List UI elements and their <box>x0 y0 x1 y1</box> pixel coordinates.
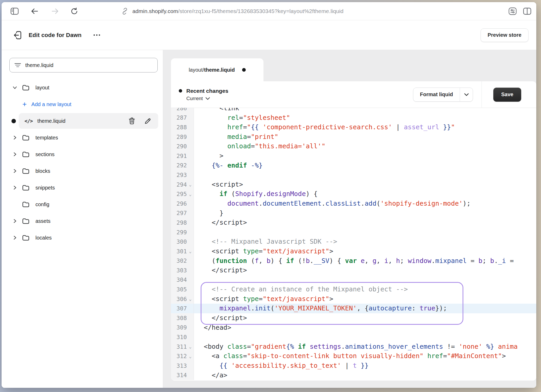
split-view-icon[interactable] <box>523 7 532 15</box>
sidebar-toggle-icon[interactable] <box>10 8 19 15</box>
search-input[interactable] <box>25 62 153 68</box>
code-editor[interactable]: 286 <link287 rel="stylesheet"288 href="{… <box>171 108 536 381</box>
code-line-298[interactable]: 298 </script> <box>171 218 536 228</box>
link-icon <box>121 7 129 15</box>
page-settings-icon[interactable] <box>508 7 517 15</box>
code-line-312[interactable]: 312⌄ <a class="skip-to-content-link butt… <box>171 351 536 361</box>
chevron-right-icon[interactable] <box>11 218 18 224</box>
code-line-314[interactable]: 314 </a> <box>171 371 536 380</box>
fold-chevron-icon[interactable]: ⌄ <box>187 354 194 359</box>
code-line-310[interactable]: 310 <box>171 332 536 342</box>
chevron-down-icon[interactable] <box>11 85 18 90</box>
address-bar[interactable]: admin.shopify.com/store/rzq1xu-f5/themes… <box>121 2 343 20</box>
add-layout-label: Add a new layout <box>31 101 71 107</box>
code-line-309[interactable]: 309 </head> <box>171 323 536 333</box>
fold-chevron-icon[interactable]: ⌄ <box>187 296 194 302</box>
code-line-304[interactable]: 304 <box>171 275 536 285</box>
fold-chevron-icon[interactable]: ⌄ <box>187 192 194 197</box>
sidebar-item-locales[interactable]: locales <box>2 229 163 246</box>
fold-chevron-icon[interactable]: ⌄ <box>187 249 194 254</box>
code-line-289[interactable]: 289 media="print" <box>171 132 536 142</box>
gutter-cell: 298 <box>171 218 194 228</box>
overflow-menu-icon[interactable] <box>91 32 102 38</box>
folder-icon <box>22 234 30 241</box>
gutter-cell: 305 <box>171 285 194 294</box>
code-line-290[interactable]: 290 onload="this.media='all'" <box>171 142 536 151</box>
version-dropdown[interactable]: Current <box>186 96 228 101</box>
code-line-288[interactable]: 288 href="{{ 'component-predictive-searc… <box>171 123 536 132</box>
code-line-286[interactable]: 286 <link <box>171 108 536 113</box>
chevron-right-icon[interactable] <box>11 152 18 157</box>
gutter-cell: 308 <box>171 313 194 323</box>
sidebar-item-sections[interactable]: sections <box>2 146 163 163</box>
app-header: Edit code for Dawn Preview store <box>2 20 536 50</box>
line-number: 310 <box>176 334 187 340</box>
code-line-291[interactable]: 291 > <box>171 151 536 161</box>
exit-editor-icon[interactable] <box>12 29 23 41</box>
save-button[interactable]: Save <box>493 88 521 102</box>
editor-main: layout/theme.liquid Recent changes Curre… <box>163 50 536 388</box>
code-line-294[interactable]: 294⌄ <script> <box>171 180 536 189</box>
code-line-299[interactable]: 299 <box>171 228 536 237</box>
file-search[interactable] <box>9 58 158 72</box>
header-divider <box>482 81 482 108</box>
chevron-down-icon <box>464 93 469 96</box>
selected-file-row[interactable]: </>theme.liquid <box>19 113 158 129</box>
sidebar-item-blocks[interactable]: blocks <box>2 163 163 179</box>
code-text: </script> <box>194 218 247 228</box>
status-dot <box>179 89 182 93</box>
code-line-301[interactable]: 301⌄ <script type="text/javascript"> <box>171 247 536 256</box>
gutter-cell: 289 <box>171 132 194 142</box>
fold-chevron-icon[interactable]: ⌄ <box>187 344 194 349</box>
code-line-303[interactable]: 303 </script> <box>171 266 536 275</box>
code-line-296[interactable]: 296 document.documentElement.classList.a… <box>171 199 536 209</box>
code-line-305[interactable]: 305 <!-- Create an instance of the Mixpa… <box>171 285 536 294</box>
back-icon[interactable] <box>31 8 39 15</box>
gutter-cell: 310 <box>171 332 194 342</box>
line-number: 287 <box>176 114 187 121</box>
sidebar-item-snippets[interactable]: snippets <box>2 179 163 196</box>
preview-store-button[interactable]: Preview store <box>481 28 528 42</box>
tab-theme-liquid[interactable]: layout/theme.liquid <box>171 58 263 81</box>
code-line-307[interactable]: 307 mixpanel.init('YOUR_MIXPANEL_TOKEN',… <box>171 304 536 313</box>
line-number: 309 <box>176 324 187 331</box>
fold-chevron-icon[interactable]: ⌄ <box>187 182 194 187</box>
code-line-313[interactable]: 313 {{ 'accessibility.skip_to_text' | t … <box>171 361 536 371</box>
delete-file-icon[interactable] <box>127 116 137 126</box>
sidebar-item-theme-liquid[interactable]: </>theme.liquid <box>2 113 163 129</box>
chevron-right-icon[interactable] <box>11 235 18 240</box>
chevron-right-icon[interactable] <box>11 168 18 174</box>
sidebar-item-add-a-new-layout[interactable]: +Add a new layout <box>2 96 163 113</box>
sidebar-item-label: blocks <box>35 168 50 174</box>
sidebar-item-templates[interactable]: templates <box>2 129 163 146</box>
sidebar-item-assets[interactable]: assets <box>2 213 163 229</box>
code-line-302[interactable]: 302 (function (f, b) { if (!b.__SV) { va… <box>171 256 536 266</box>
folder-icon <box>22 84 30 91</box>
code-line-300[interactable]: 300 <!-- Mixpanel Javascript SDK --> <box>171 237 536 247</box>
code-line-295[interactable]: 295⌄ if (Shopify.designMode) { <box>171 189 536 199</box>
gutter-cell: 297 <box>171 209 194 218</box>
recent-changes-status: Recent changes <box>179 88 228 94</box>
chevron-right-icon[interactable] <box>11 135 18 140</box>
code-line-287[interactable]: 287 rel="stylesheet" <box>171 113 536 123</box>
code-line-297[interactable]: 297 } <box>171 209 536 218</box>
folder-icon <box>22 151 30 158</box>
code-line-308[interactable]: 308 </script> <box>171 313 536 323</box>
sidebar-item-label: snippets <box>35 185 55 191</box>
code-line-292[interactable]: 292 {%- endif -%} <box>171 161 536 170</box>
code-text: onload="this.media='all'" <box>194 142 325 151</box>
code-line-311[interactable]: 311⌄ <body class="gradient{% if settings… <box>171 342 536 352</box>
code-line-293[interactable]: 293 <box>171 170 536 180</box>
chevron-right-icon[interactable] <box>11 185 18 190</box>
chevron-down-icon <box>205 97 210 100</box>
editor-header: Recent changes Current Format liquid <box>171 81 536 108</box>
format-liquid-dropdown[interactable] <box>460 88 473 101</box>
sidebar-item-layout[interactable]: layout <box>2 79 163 96</box>
tab-file-name: theme.liquid <box>204 67 235 73</box>
reload-icon[interactable] <box>70 7 78 15</box>
code-line-306[interactable]: 306⌄ <script type="text/javascript"> <box>171 294 536 304</box>
forward-icon[interactable] <box>51 8 59 15</box>
rename-file-icon[interactable] <box>143 116 153 126</box>
format-liquid-button[interactable]: Format liquid <box>413 88 460 101</box>
sidebar-item-config[interactable]: config <box>2 196 163 213</box>
